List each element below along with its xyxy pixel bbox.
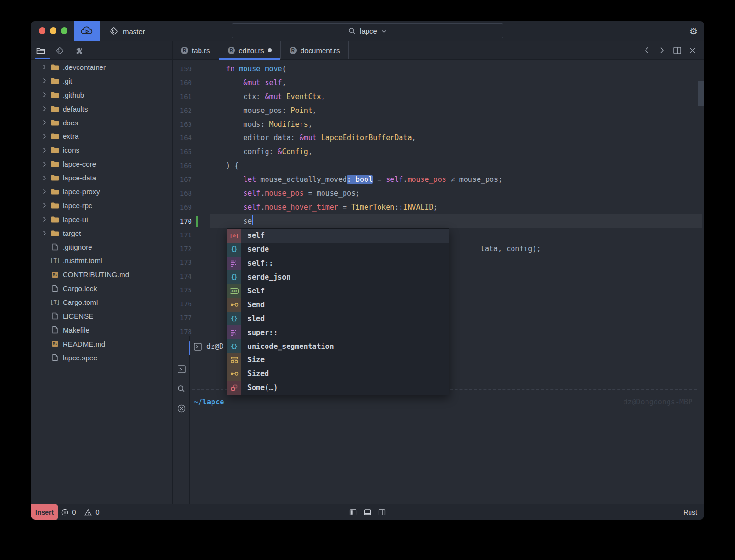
explorer-tab[interactable] xyxy=(36,46,45,56)
gear-icon: ⚙ xyxy=(690,26,698,36)
nav-back-button[interactable] xyxy=(641,45,652,56)
tab-label: tab.rs xyxy=(192,46,210,55)
module-kind-icon: {} xyxy=(227,270,241,284)
tree-folder-lapce-ui[interactable]: lapce-ui xyxy=(31,213,172,226)
editor-tab-editor-rs[interactable]: Reditor.rs xyxy=(219,41,281,59)
tree-item-label: lapce-ui xyxy=(63,215,88,224)
editor-scrollbar[interactable] xyxy=(698,81,704,106)
tree-file-CONTRIBUTING-md[interactable]: M↓CONTRIBUTING.md xyxy=(31,268,172,281)
chevron-right-icon xyxy=(42,78,49,84)
line-number: 169 xyxy=(173,201,192,214)
completion-item-Some-[interactable]: Some(…) xyxy=(227,381,449,395)
tree-folder-lapce-data[interactable]: lapce-data xyxy=(31,171,172,185)
tree-file-lapce-spec[interactable]: lapce.spec xyxy=(31,351,172,365)
tree-folder-lapce-proxy[interactable]: lapce-proxy xyxy=(31,185,172,199)
completion-item-self-[interactable]: self:: xyxy=(227,257,449,270)
toggle-bottom-panel-button[interactable] xyxy=(364,509,371,515)
mode-badge: Insert xyxy=(31,504,58,520)
tree-folder-lapce-rpc[interactable]: lapce-rpc xyxy=(31,199,172,213)
tree-folder--git[interactable]: .git xyxy=(31,74,172,88)
close-editor-button[interactable] xyxy=(687,45,698,56)
tree-file-Cargo-lock[interactable]: Cargo.lock xyxy=(31,281,172,295)
tree-folder--github[interactable]: .github xyxy=(31,88,172,102)
tree-folder-docs[interactable]: docs xyxy=(31,116,172,130)
line-number: 160 xyxy=(173,76,192,90)
status-bar: Insert 0 0 xyxy=(31,504,704,520)
completion-item-self[interactable]: [⊘]self xyxy=(227,229,449,243)
line-number: 171 xyxy=(173,228,192,242)
completion-item-unicode_segmentation[interactable]: {}unicode_segmentation xyxy=(227,339,449,353)
line-number: 173 xyxy=(173,256,192,269)
tree-item-label: lapce-proxy xyxy=(63,188,100,196)
tree-item-label: CONTRIBUTING.md xyxy=(63,270,129,279)
terminal-panel-icon[interactable] xyxy=(177,364,186,374)
tree-item-label: Makefile xyxy=(63,326,89,334)
completion-item-serde_json[interactable]: {}serde_json xyxy=(227,270,449,284)
completion-item-Sized[interactable]: Sized xyxy=(227,367,449,381)
editor-tab-tab-rs[interactable]: Rtab.rs xyxy=(172,41,219,59)
occluded-code-fragment: lata, config); xyxy=(480,242,541,256)
split-editor-button[interactable] xyxy=(672,45,682,56)
branch-name: master xyxy=(123,27,145,35)
completion-item-serde[interactable]: {}serde xyxy=(227,243,449,257)
tree-folder-lapce-core[interactable]: lapce-core xyxy=(31,157,172,171)
tree-file-LICENSE[interactable]: LICENSE xyxy=(31,309,172,323)
chevron-right-icon xyxy=(42,120,49,125)
minimize-window-button[interactable] xyxy=(50,27,56,34)
active-panel-indicator xyxy=(189,341,190,355)
tree-item-label: Cargo.toml xyxy=(63,298,98,306)
source-control-icon xyxy=(56,46,64,55)
language-mode[interactable]: Rust xyxy=(683,504,697,520)
completion-label: sled xyxy=(241,312,265,325)
line-number: 165 xyxy=(173,145,192,159)
tree-folder-icons[interactable]: icons xyxy=(31,143,172,157)
tree-folder-defaults[interactable]: defaults xyxy=(31,102,172,116)
line-number: 170 xyxy=(173,214,192,228)
trait-kind-icon xyxy=(227,298,241,312)
code-line-167: let mouse_actually_moved: bool = self.mo… xyxy=(209,173,502,187)
tree-item-label: lapce-rpc xyxy=(63,202,92,210)
completion-item-Size[interactable]: Size xyxy=(227,353,449,367)
chevron-right-icon xyxy=(42,147,49,153)
tree-folder-target[interactable]: target xyxy=(31,226,172,240)
file-icon xyxy=(50,326,60,334)
palette-value: lapce xyxy=(360,27,377,35)
tree-file--gitignore[interactable]: .gitignore xyxy=(31,240,172,254)
plugins-tab[interactable] xyxy=(75,46,84,56)
git-branch-selector[interactable]: master xyxy=(102,21,152,41)
zoom-window-button[interactable] xyxy=(61,27,67,34)
completion-item-Self[interactable]: abcSelf xyxy=(227,284,449,298)
tree-item-label: target xyxy=(63,229,81,237)
tree-folder--devcontainer[interactable]: .devcontainer xyxy=(31,60,172,74)
command-palette-input[interactable]: lapce xyxy=(232,23,503,38)
completion-item-sled[interactable]: {}sled xyxy=(227,312,449,325)
tree-folder-extra[interactable]: extra xyxy=(31,129,172,143)
settings-button[interactable]: ⚙ xyxy=(690,21,698,41)
search-panel-icon[interactable] xyxy=(177,384,186,393)
terminal-tab[interactable]: dz@D xyxy=(194,342,227,351)
source-control-tab[interactable] xyxy=(55,46,65,56)
tree-file--rustfmt-toml[interactable]: [T].rustfmt.toml xyxy=(31,254,172,268)
warnings-icon[interactable] xyxy=(84,509,92,516)
nav-forward-button[interactable] xyxy=(657,45,667,56)
folder-panel-icon xyxy=(36,47,45,55)
enum-variant-kind-icon xyxy=(227,381,241,395)
problems-panel-icon[interactable] xyxy=(177,403,186,413)
editor-tab-document-rs[interactable]: Rdocument.rs xyxy=(281,41,349,59)
errors-icon[interactable] xyxy=(61,509,68,516)
search-icon xyxy=(348,27,356,34)
tree-file-README-md[interactable]: M↓README.md xyxy=(31,337,172,351)
line-number: 176 xyxy=(173,297,192,311)
completion-item-Send[interactable]: Send xyxy=(227,298,449,312)
remote-connect-button[interactable] xyxy=(74,21,100,41)
tree-item-label: lapce.spec xyxy=(63,354,97,362)
code-line-160: &mut self, xyxy=(209,76,502,90)
toggle-right-panel-button[interactable] xyxy=(379,509,386,515)
tree-item-label: .devcontainer xyxy=(63,63,106,71)
close-window-button[interactable] xyxy=(39,27,45,34)
completion-item-super-[interactable]: super:: xyxy=(227,325,449,339)
toggle-left-panel-button[interactable] xyxy=(350,509,357,515)
tree-file-Cargo-toml[interactable]: [T]Cargo.toml xyxy=(31,295,172,309)
folder-icon xyxy=(50,216,60,223)
tree-file-Makefile[interactable]: Makefile xyxy=(31,323,172,337)
